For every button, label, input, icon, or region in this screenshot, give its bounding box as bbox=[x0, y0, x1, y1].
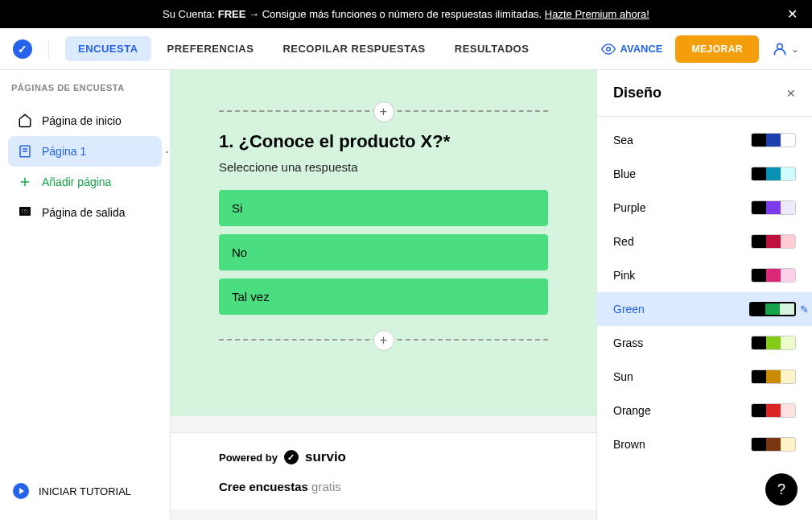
theme-row-purple[interactable]: Purple bbox=[597, 191, 812, 225]
svg-point-1 bbox=[777, 43, 783, 49]
theme-swatch bbox=[751, 336, 796, 350]
sidebar-item-page1[interactable]: Página 1 ⋯ bbox=[8, 136, 162, 167]
user-menu[interactable]: ⌄ bbox=[772, 41, 799, 57]
app-logo-icon[interactable] bbox=[13, 39, 32, 59]
tab-resultados[interactable]: RESULTADOS bbox=[442, 36, 542, 61]
theme-row-red[interactable]: Red bbox=[597, 225, 812, 258]
theme-swatch bbox=[751, 133, 796, 147]
design-title: Diseño bbox=[613, 85, 662, 101]
svg-point-0 bbox=[606, 47, 610, 51]
theme-row-brown[interactable]: Brown bbox=[597, 427, 812, 461]
preview-button[interactable]: AVANCE bbox=[601, 42, 663, 56]
theme-swatch bbox=[751, 167, 796, 181]
powered-by: Powered by ✓ survio bbox=[219, 449, 548, 465]
flag-icon bbox=[18, 205, 32, 220]
answer-option[interactable]: No bbox=[219, 234, 548, 270]
sidebar-title: PÁGINAS DE ENCUESTA bbox=[8, 83, 162, 93]
theme-swatch bbox=[749, 302, 796, 316]
theme-swatch bbox=[751, 268, 796, 283]
theme-row-grass[interactable]: Grass bbox=[597, 326, 812, 360]
theme-name: Orange bbox=[613, 404, 651, 417]
survey-canvas: + 1. ¿Conoce el producto X?* Seleccione … bbox=[171, 70, 596, 520]
user-icon bbox=[772, 41, 788, 57]
answer-option[interactable]: Si bbox=[219, 190, 548, 226]
theme-name: Blue bbox=[613, 167, 636, 180]
theme-name: Pink bbox=[613, 269, 635, 282]
theme-name: Purple bbox=[613, 201, 645, 214]
theme-row-blue[interactable]: Blue bbox=[597, 157, 812, 191]
preview-label: AVANCE bbox=[620, 43, 663, 55]
theme-name: Sun bbox=[613, 370, 633, 383]
upgrade-banner: Su Cuenta: FREE → Consigue más funciones… bbox=[0, 0, 812, 28]
tab-recopilar[interactable]: RECOPILAR RESPUESTAS bbox=[270, 36, 438, 61]
divider bbox=[48, 39, 49, 59]
footer-section: Powered by ✓ survio Cree encuestas grati… bbox=[171, 432, 596, 510]
svg-rect-10 bbox=[20, 208, 30, 215]
theme-name: Red bbox=[613, 235, 634, 248]
theme-row-sea[interactable]: Sea bbox=[597, 123, 812, 157]
question-title[interactable]: 1. ¿Conoce el producto X?* bbox=[219, 131, 548, 152]
header: ENCUESTA PREFERENCIAS RECOPILAR RESPUEST… bbox=[0, 28, 812, 70]
sidebar-item-label: Página de salida bbox=[42, 206, 126, 219]
theme-name: Sea bbox=[613, 134, 633, 147]
tab-preferencias[interactable]: PREFERENCIAS bbox=[155, 36, 267, 61]
plus-icon bbox=[18, 175, 32, 189]
powered-label: Powered by bbox=[219, 452, 278, 464]
tab-encuesta[interactable]: ENCUESTA bbox=[65, 36, 151, 61]
chevron-down-icon: ⌄ bbox=[791, 43, 799, 55]
banner-plan: FREE bbox=[218, 8, 246, 20]
add-question-button[interactable]: + bbox=[373, 101, 394, 122]
banner-cta-link[interactable]: Hazte Premium ahora! bbox=[545, 8, 649, 20]
close-banner-icon[interactable]: ✕ bbox=[787, 6, 798, 22]
tutorial-label: INICIAR TUTORIAL bbox=[39, 485, 131, 497]
sidebar-item-add-page[interactable]: Añadir página bbox=[8, 167, 162, 197]
theme-row-green[interactable]: Green✎ bbox=[597, 292, 812, 326]
theme-name: Green bbox=[613, 303, 645, 316]
add-divider-top: + bbox=[219, 110, 548, 112]
sidebar-item-label: Página de inicio bbox=[42, 114, 122, 127]
edit-theme-icon[interactable]: ✎ bbox=[800, 303, 809, 316]
answer-option[interactable]: Tal vez bbox=[219, 279, 548, 315]
question-subtitle: Seleccione una respuesta bbox=[219, 160, 548, 174]
theme-list: SeaBluePurpleRedPinkGreen✎GrassSunOrange… bbox=[597, 117, 812, 520]
sidebar: PÁGINAS DE ENCUESTA Página de inicio Pág… bbox=[0, 70, 171, 520]
nav-tabs: ENCUESTA PREFERENCIAS RECOPILAR RESPUEST… bbox=[65, 36, 542, 61]
sidebar-item-label: Página 1 bbox=[42, 145, 86, 158]
theme-name: Brown bbox=[613, 438, 645, 451]
theme-name: Grass bbox=[613, 336, 643, 349]
sidebar-item-home[interactable]: Página de inicio bbox=[8, 105, 162, 136]
sidebar-item-exit[interactable]: Página de salida bbox=[8, 197, 162, 228]
play-icon bbox=[13, 483, 29, 499]
page-icon bbox=[18, 144, 32, 159]
theme-swatch bbox=[751, 200, 796, 215]
cree-text: Cree encuestas gratis bbox=[219, 480, 548, 493]
sidebar-item-label: Añadir página bbox=[42, 175, 111, 188]
theme-swatch bbox=[751, 403, 796, 418]
upgrade-button[interactable]: MEJORAR bbox=[675, 35, 759, 63]
add-divider-bottom: + bbox=[219, 339, 548, 340]
close-panel-icon[interactable]: ✕ bbox=[786, 87, 796, 100]
brand-name: survio bbox=[305, 449, 346, 465]
theme-swatch bbox=[751, 437, 796, 452]
eye-icon bbox=[601, 42, 616, 56]
add-question-button[interactable]: + bbox=[373, 330, 394, 351]
design-header: Diseño ✕ bbox=[597, 70, 812, 117]
help-button[interactable]: ? bbox=[765, 473, 798, 506]
theme-row-orange[interactable]: Orange bbox=[597, 394, 812, 427]
theme-swatch bbox=[751, 234, 796, 249]
survey-page: + 1. ¿Conoce el producto X?* Seleccione … bbox=[171, 70, 596, 416]
home-icon bbox=[18, 113, 32, 128]
banner-prefix: Su Cuenta: bbox=[163, 8, 218, 20]
banner-middle: → Consigue más funciones o número de res… bbox=[245, 8, 544, 20]
theme-row-pink[interactable]: Pink bbox=[597, 258, 812, 292]
design-panel: Diseño ✕ SeaBluePurpleRedPinkGreen✎Grass… bbox=[596, 70, 812, 520]
brand-logo-icon: ✓ bbox=[284, 450, 299, 464]
start-tutorial-button[interactable]: INICIAR TUTORIAL bbox=[8, 475, 162, 507]
theme-swatch bbox=[751, 369, 796, 384]
theme-row-sun[interactable]: Sun bbox=[597, 360, 812, 394]
